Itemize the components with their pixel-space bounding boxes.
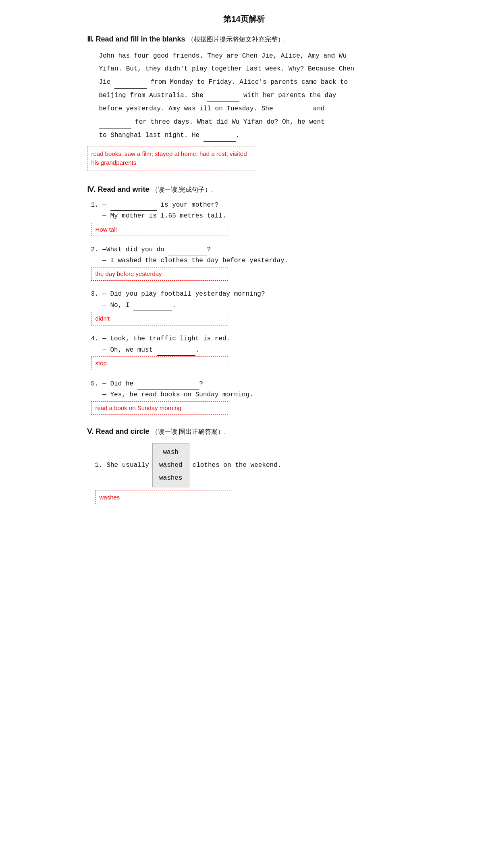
- qa-item-1: 1. — is your mother? — My mother is 1.65…: [91, 199, 401, 238]
- section4-header: Ⅳ. Read and write （读一读,完成句子）.: [87, 183, 401, 196]
- section4-header-cn: （读一读,完成句子）.: [152, 186, 213, 193]
- circle-options-1: wash washed washes: [152, 443, 189, 487]
- qa5-question: 5. — Did he ?: [91, 378, 401, 389]
- qa2-answer: — I washed the clothes the day before ye…: [91, 255, 401, 266]
- qa3-answer: — No, I .: [91, 300, 401, 311]
- passage-line-4: Beijing from Australia. She with her par…: [99, 92, 336, 99]
- blank-3: [277, 102, 309, 115]
- section5-header-bold: Ⅴ. Read and circle: [87, 427, 150, 435]
- passage-line-7: to Shanghai last night. He .: [99, 132, 240, 139]
- blank-1: [114, 75, 147, 89]
- blank-q1: [110, 199, 157, 211]
- qa-item-2: 2. —What did you do ? — I washed the clo…: [91, 244, 401, 283]
- section4-header-bold: Ⅳ. Read and write: [87, 185, 150, 193]
- qa3-answer-box: didn't: [91, 312, 228, 325]
- page-title: 第14页解析: [87, 12, 401, 26]
- passage-line-6: for three days. What did Wu Yifan do? Oh…: [99, 118, 325, 126]
- blank-4: [99, 115, 131, 128]
- qa2-answer-box: the day before yesterday: [91, 267, 228, 281]
- section3: Ⅲ. Read and fill in the blanks （根据图片提示将短…: [87, 33, 401, 176]
- section5-header: Ⅴ. Read and circle （读一读,圈出正确答案）.: [87, 425, 401, 438]
- passage-line-1: John has four good friends. They are Che…: [99, 52, 347, 60]
- passage-line-5: before yesterday. Amy was ill on Tuesday…: [99, 105, 325, 112]
- passage-line-3: Jie from Monday to Friday. Alice's paren…: [99, 79, 348, 86]
- section3-header-cn: （根据图片提示将短文补充完整）.: [187, 36, 286, 43]
- section3-passage: John has four good friends. They are Che…: [99, 50, 401, 142]
- circle-row-1: 1. She usually wash washed washes clothe…: [95, 443, 401, 487]
- circle-suffix-1: clothes on the weekend.: [193, 460, 282, 471]
- section5-item-1: 1. She usually wash washed washes clothe…: [95, 443, 401, 507]
- qa2-question: 2. —What did you do ?: [91, 244, 401, 255]
- qa-item-3: 3. — Did you play football yesterday mor…: [91, 289, 401, 328]
- blank-q3: [133, 300, 172, 311]
- circle-prefix-1: 1. She usually: [95, 460, 149, 471]
- section3-header-bold: Ⅲ. Read and fill in the blanks: [87, 35, 185, 43]
- section3-header: Ⅲ. Read and fill in the blanks （根据图片提示将短…: [87, 33, 401, 46]
- blank-q5: [137, 378, 199, 389]
- section5-answer-box-1: washes: [95, 491, 232, 504]
- qa4-question: 4. — Look, the traffic light is red.: [91, 334, 401, 344]
- blank-2: [207, 89, 239, 102]
- qa-item-5: 5. — Did he ? — Yes, he read books on Su…: [91, 378, 401, 417]
- section5-header-cn: （读一读,圈出正确答案）.: [152, 428, 226, 435]
- qa4-answer: — Oh, we must .: [91, 344, 401, 356]
- blank-5: [204, 128, 236, 142]
- option-washed: washed: [159, 459, 183, 472]
- section4-list: 1. — is your mother? — My mother is 1.65…: [91, 199, 401, 417]
- blank-q4: [157, 344, 195, 356]
- blank-q2: [168, 244, 207, 255]
- section3-hint-box: read books; saw a film; stayed at home; …: [87, 147, 256, 170]
- option-wash: wash: [159, 446, 183, 459]
- qa5-answer-box: read a book on Sunday morning: [91, 401, 228, 415]
- option-washes: washes: [159, 472, 183, 485]
- qa4-answer-box: stop: [91, 356, 228, 370]
- qa1-answer: — My mother is 1.65 metres tall.: [91, 211, 401, 222]
- qa1-answer-box: How tall: [91, 223, 228, 236]
- qa-item-4: 4. — Look, the traffic light is red. — O…: [91, 334, 401, 373]
- section5: Ⅴ. Read and circle （读一读,圈出正确答案）. 1. She …: [87, 425, 401, 507]
- qa1-question: 1. — is your mother?: [91, 199, 401, 211]
- section4: Ⅳ. Read and write （读一读,完成句子）. 1. — is yo…: [87, 183, 401, 417]
- passage-line-2: Yifan. But, they didn't play together la…: [99, 65, 355, 73]
- qa3-question: 3. — Did you play football yesterday mor…: [91, 289, 401, 300]
- qa5-answer: — Yes, he read books on Sunday morning.: [91, 389, 401, 400]
